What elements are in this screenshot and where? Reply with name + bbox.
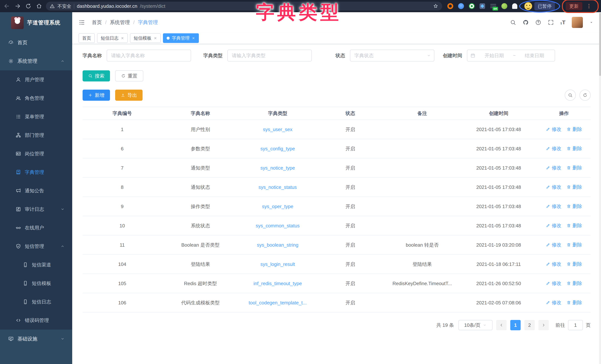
delete-link[interactable]: 删除 [567, 184, 582, 190]
edit-link[interactable]: 修改 [546, 299, 561, 306]
dict-type-link[interactable]: sys_common_status [256, 223, 300, 228]
add-button[interactable]: 新增 [83, 90, 110, 101]
extension-notes-icon[interactable] [480, 3, 485, 9]
delete-link[interactable]: 删除 [567, 126, 582, 132]
sidebar-item-通知公告[interactable]: 通知公告 [0, 182, 72, 200]
sidebar-item-短信渠道[interactable]: 短信渠道 [0, 255, 72, 274]
address-bar[interactable]: 不安全 dashboard.yudao.iocoder.cn /system/d… [46, 2, 442, 10]
edit-link[interactable]: 修改 [546, 222, 561, 229]
tab-短信日志[interactable]: 短信日志 [97, 33, 128, 43]
forward-icon[interactable] [14, 3, 21, 9]
reset-button[interactable]: 重置 [115, 70, 143, 81]
dict-type-link[interactable]: tool_codegen_template_t... [249, 300, 307, 305]
page-size-select[interactable]: 10条/页 [459, 320, 492, 330]
fullscreen-icon[interactable] [548, 19, 554, 26]
delete-link[interactable]: 删除 [567, 261, 582, 267]
edit-link[interactable]: 修改 [546, 145, 561, 152]
avatar-caret-down-icon[interactable] [589, 20, 594, 25]
edit-link[interactable]: 修改 [546, 203, 561, 210]
sidebar-item-错误码管理[interactable]: 错误码管理 [0, 311, 72, 330]
status-select[interactable]: 字典状态 [350, 50, 434, 61]
close-icon[interactable] [121, 37, 124, 40]
close-icon[interactable] [192, 37, 195, 40]
goto-page-input[interactable] [568, 320, 583, 330]
show-search-button[interactable] [565, 90, 576, 101]
delete-link[interactable]: 删除 [567, 203, 582, 210]
sidebar-item-短信日志[interactable]: 短信日志 [0, 293, 72, 311]
dict-type-link[interactable]: sys_boolean_string [257, 242, 299, 248]
search-button[interactable]: 搜索 [83, 70, 110, 81]
sidebar-item-短信模板[interactable]: 短信模板 [0, 274, 72, 293]
edit-link[interactable]: 修改 [546, 126, 561, 132]
export-button[interactable]: 导出 [115, 90, 142, 101]
edit-link[interactable]: 修改 [546, 242, 561, 248]
extension-blue-icon[interactable] [458, 3, 464, 9]
scrollbar-thumb[interactable] [599, 13, 601, 76]
github-icon[interactable] [522, 19, 529, 26]
dict-name-input[interactable] [107, 50, 191, 61]
sidebar-item-角色管理[interactable]: 角色管理 [0, 89, 72, 107]
tab-字典管理[interactable]: 字典管理 [163, 33, 199, 43]
page-button-1[interactable]: 1 [510, 320, 521, 330]
sidebar-item-基础设施[interactable]: 基础设施 [0, 330, 72, 348]
extension-ghost-icon[interactable] [512, 3, 517, 9]
dict-type-link[interactable]: sys_user_sex [263, 127, 292, 132]
search-icon[interactable] [510, 19, 516, 26]
edit-link[interactable]: 修改 [546, 261, 561, 267]
delete-link[interactable]: 删除 [567, 165, 582, 171]
next-page-button[interactable] [538, 320, 549, 330]
dict-type-link[interactable]: inf_redis_timeout_type [253, 281, 302, 286]
dict-type-input[interactable] [227, 50, 312, 61]
sidebar-item-菜单管理[interactable]: 菜单管理 [0, 107, 72, 126]
dict-type-link[interactable]: sys_config_type [260, 146, 295, 152]
delete-link[interactable]: 删除 [567, 242, 582, 248]
profile-paused-badge[interactable]: 已暂停 [522, 1, 557, 11]
sidebar-item-部门管理[interactable]: 部门管理 [0, 126, 72, 144]
dict-type-link[interactable]: sys_notice_type [260, 165, 295, 171]
help-icon[interactable] [535, 19, 541, 26]
reload-icon[interactable] [25, 3, 31, 9]
delete-link[interactable]: 删除 [567, 222, 582, 229]
dict-type-link[interactable]: sys_notice_status [259, 184, 297, 190]
update-button[interactable]: 更新 [566, 2, 582, 10]
code-icon [16, 318, 21, 323]
tab-短信模板[interactable]: 短信模板 [130, 33, 161, 43]
extension-green-circle-icon[interactable] [469, 3, 475, 9]
user-avatar[interactable] [572, 17, 583, 28]
back-icon[interactable] [4, 3, 10, 9]
extension-leaf-icon[interactable] [501, 3, 507, 9]
extension-orange-icon[interactable] [447, 3, 453, 9]
sidebar-item-在线用户[interactable]: 在线用户 [0, 219, 72, 237]
breadcrumb-item[interactable]: 系统管理 [110, 19, 130, 26]
refresh-table-button[interactable] [580, 90, 591, 101]
date-range-picker[interactable]: 开始日期 ~ 结束日期 [467, 50, 555, 61]
sidebar-item-审计日志[interactable]: 审计日志 [0, 200, 72, 219]
sidebar-item-用户管理[interactable]: 用户管理 [0, 70, 72, 89]
edit-link[interactable]: 修改 [546, 184, 561, 190]
delete-link[interactable]: 删除 [567, 280, 582, 287]
delete-link[interactable]: 删除 [567, 145, 582, 152]
breadcrumb-item[interactable]: 首页 [92, 19, 102, 26]
sidebar-item-岗位管理[interactable]: 岗位管理 [0, 144, 72, 163]
delete-link[interactable]: 删除 [567, 299, 582, 306]
sidebar-item-短信管理[interactable]: 短信管理 [0, 237, 72, 255]
tab-首页[interactable]: 首页 [79, 33, 95, 43]
sidebar-item-系统管理[interactable]: 系统管理 [0, 52, 72, 70]
sidebar-toggle-icon[interactable] [79, 19, 85, 26]
bookmark-star-icon[interactable] [433, 3, 439, 9]
sidebar-item-首页[interactable]: 首页 [0, 33, 72, 52]
page-button-2[interactable]: 2 [524, 320, 535, 330]
column-header: 字典类型 [239, 107, 316, 120]
dict-type-link[interactable]: sys_oper_type [262, 204, 293, 209]
sidebar-item-字典管理[interactable]: 字典管理 [0, 163, 72, 182]
dict-type-link[interactable]: sys_login_result [260, 262, 295, 267]
cell-name: 参数类型 [162, 139, 239, 158]
edit-link[interactable]: 修改 [546, 280, 561, 287]
extension-vpn-icon[interactable]: on [490, 3, 497, 9]
font-size-icon[interactable]: тT [560, 20, 565, 25]
browser-menu-dots-icon[interactable] [586, 3, 592, 9]
prev-page-button[interactable] [496, 320, 507, 330]
close-icon[interactable] [154, 37, 157, 40]
edit-link[interactable]: 修改 [546, 165, 561, 171]
home-icon[interactable] [36, 3, 42, 9]
